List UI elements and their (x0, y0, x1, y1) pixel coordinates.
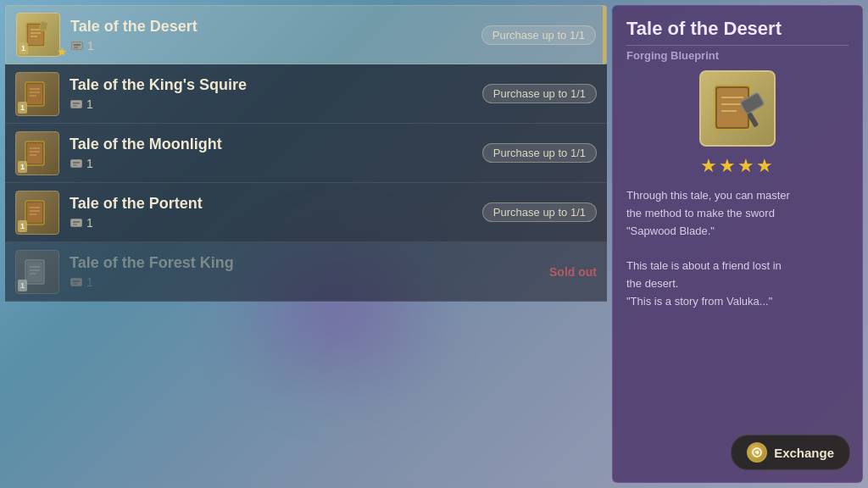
list-item[interactable]: 1 Tale of the Moonlight 1 Purchase up to… (5, 124, 607, 183)
item-name: Tale of the Desert (70, 18, 481, 36)
item-icon: 1 (15, 250, 59, 294)
item-cost-value: 1 (86, 216, 93, 230)
currency-icon (70, 39, 84, 53)
detail-subtitle: Forging Blueprint (626, 49, 849, 62)
item-cost-value: 1 (87, 39, 94, 53)
list-item[interactable]: 1 Tale of the Forest King 1 Sold out (5, 242, 607, 302)
item-cost-value: 1 (86, 97, 93, 111)
item-info: Tale of the Moonlight 1 (70, 136, 482, 170)
svg-rect-20 (27, 143, 42, 164)
item-icon: 1 (15, 131, 59, 175)
item-info: Tale of the Forest King 1 (70, 254, 549, 289)
currency-icon (70, 216, 83, 230)
item-icon-corner-number: 1 (18, 280, 27, 291)
item-cost-value: 1 (86, 275, 93, 289)
item-icon: 1 (16, 13, 60, 57)
sold-out-badge: Sold out (549, 265, 597, 279)
item-icon-corner-number: 1 (18, 161, 27, 173)
item-list-panel: 1 Tale of the Desert 1 Purchase up to 1/… (5, 5, 607, 483)
item-cost-value: 1 (86, 157, 93, 170)
list-item[interactable]: 1 Tale of the Portent 1 Purchase up to 1… (5, 183, 607, 242)
item-info: Tale of the Desert 1 (70, 18, 481, 53)
item-name: Tale of the Portent (70, 195, 482, 213)
detail-icon-area (626, 70, 849, 147)
detail-panel: Tale of the Desert Forging Blueprint ★★★… (612, 5, 863, 483)
svg-rect-29 (27, 202, 42, 223)
exchange-button[interactable]: Exchange (731, 435, 850, 470)
item-icon: 1 (15, 191, 59, 235)
item-cost: 1 (70, 157, 482, 170)
purchase-badge: Purchase up to 1/1 (482, 84, 597, 103)
item-icon: 1 (15, 72, 59, 116)
star-badge: ★ (57, 45, 68, 58)
svg-rect-16 (71, 101, 81, 108)
svg-rect-43 (71, 279, 81, 286)
main-container: 1 Tale of the Desert 1 Purchase up to 1/… (0, 0, 868, 488)
exchange-icon (747, 442, 767, 463)
desc-line7: "This is a story from Valuka..." (626, 295, 772, 308)
list-item[interactable]: 1 Tale of the King's Squire 1 Purchase u… (5, 64, 607, 124)
purchase-badge: Purchase up to 1/1 (481, 25, 596, 45)
detail-description: Through this tale, you can master the me… (626, 187, 849, 470)
exchange-button-label: Exchange (774, 446, 834, 460)
purchase-badge: Purchase up to 1/1 (482, 202, 597, 222)
svg-rect-7 (72, 42, 82, 49)
svg-rect-34 (71, 219, 81, 226)
item-icon-corner-number: 1 (18, 102, 27, 114)
desc-line3: "Sapwood Blade." (626, 225, 715, 237)
item-info: Tale of the Portent 1 (70, 195, 482, 230)
item-cost: 1 (70, 216, 482, 230)
desc-line5: This tale is about a friend lost in (626, 259, 782, 272)
item-name: Tale of the Forest King (70, 254, 549, 272)
detail-stars: ★★★★ (626, 155, 849, 177)
item-cost: 1 (70, 97, 482, 111)
desc-line2: the method to make the sword (626, 207, 775, 219)
svg-rect-11 (27, 84, 42, 104)
detail-title: Tale of the Desert (626, 18, 849, 46)
selected-accent (603, 6, 606, 64)
purchase-badge: Purchase up to 1/1 (482, 143, 597, 163)
list-item[interactable]: 1 Tale of the Desert 1 Purchase up to 1/… (5, 5, 607, 64)
currency-icon (70, 157, 83, 170)
detail-item-icon (699, 70, 776, 147)
item-cost: 1 (70, 39, 481, 53)
item-name: Tale of the King's Squire (70, 76, 482, 94)
desc-line6: the desert. (626, 277, 678, 290)
currency-icon (70, 275, 83, 289)
desc-line1: Through this tale, you can master (626, 189, 790, 202)
item-icon-corner-number: 1 (19, 42, 28, 54)
item-icon-corner-number: 1 (18, 220, 27, 232)
item-name: Tale of the Moonlight (70, 136, 482, 153)
exchange-circle-icon (751, 446, 763, 458)
currency-icon (70, 97, 83, 111)
item-cost: 1 (70, 275, 549, 289)
item-info: Tale of the King's Squire 1 (70, 76, 482, 111)
svg-rect-25 (71, 160, 81, 167)
svg-rect-38 (27, 262, 42, 282)
detail-book-icon (708, 79, 767, 138)
